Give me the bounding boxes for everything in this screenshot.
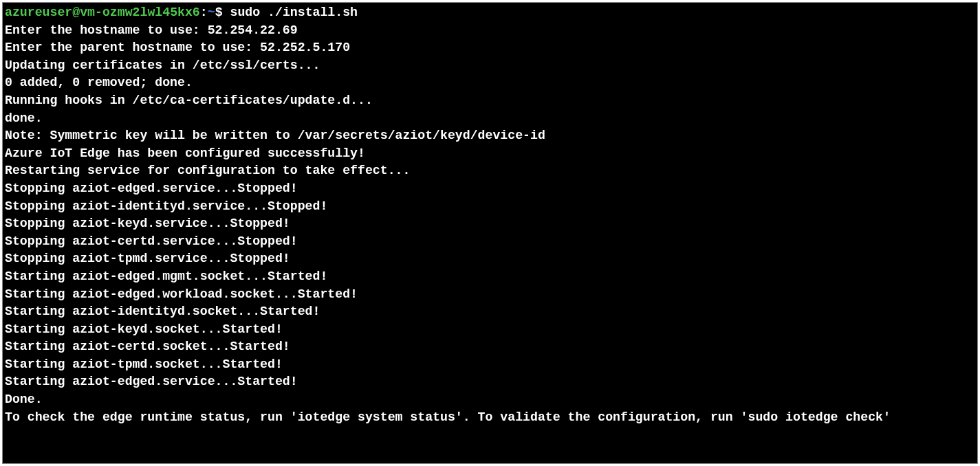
- output-line: Starting aziot-edged.service...Started!: [5, 373, 975, 391]
- output-line: Starting aziot-edged.workload.socket...S…: [5, 286, 975, 304]
- output-line: To check the edge runtime status, run 'i…: [5, 409, 975, 427]
- prompt-line: azureuser@vm-ozmw2lwl45kx6:~$ sudo ./ins…: [5, 4, 975, 22]
- output-line: Azure IoT Edge has been configured succe…: [5, 145, 975, 163]
- output-line: Running hooks in /etc/ca-certificates/up…: [5, 92, 975, 110]
- output-line: Note: Symmetric key will be written to /…: [5, 127, 975, 145]
- prompt-path: ~: [208, 5, 215, 19]
- output-line: Stopping aziot-certd.service...Stopped!: [5, 233, 975, 251]
- output-line: Stopping aziot-tpmd.service...Stopped!: [5, 250, 975, 268]
- prompt-host: vm-ozmw2lwl45kx6: [80, 5, 200, 19]
- prompt-user: azureuser: [5, 5, 72, 19]
- output-line: Starting aziot-tpmd.socket...Started!: [5, 356, 975, 374]
- command-text: sudo ./install.sh: [230, 5, 358, 19]
- prompt-dollar: $: [215, 5, 230, 19]
- output-line: Starting aziot-identityd.socket...Starte…: [5, 303, 975, 321]
- output-line: Updating certificates in /etc/ssl/certs.…: [5, 57, 975, 75]
- output-line: Starting aziot-keyd.socket...Started!: [5, 321, 975, 339]
- terminal[interactable]: azureuser@vm-ozmw2lwl45kx6:~$ sudo ./ins…: [2, 2, 978, 464]
- window-frame: azureuser@vm-ozmw2lwl45kx6:~$ sudo ./ins…: [0, 0, 980, 466]
- prompt-colon: :: [200, 5, 208, 19]
- output-line: Done.: [5, 391, 975, 409]
- output-line: Restarting service for configuration to …: [5, 162, 975, 180]
- prompt-at: @: [72, 5, 80, 19]
- output-line: done.: [5, 110, 975, 128]
- output-line: Enter the parent hostname to use: 52.252…: [5, 39, 975, 57]
- output-line: Enter the hostname to use: 52.254.22.69: [5, 22, 975, 40]
- output-line: Starting aziot-certd.socket...Started!: [5, 338, 975, 356]
- output-line: Starting aziot-edged.mgmt.socket...Start…: [5, 268, 975, 286]
- output-line: 0 added, 0 removed; done.: [5, 74, 975, 92]
- output-line: Stopping aziot-identityd.service...Stopp…: [5, 198, 975, 216]
- output-line: Stopping aziot-keyd.service...Stopped!: [5, 215, 975, 233]
- output-line: Stopping aziot-edged.service...Stopped!: [5, 180, 975, 198]
